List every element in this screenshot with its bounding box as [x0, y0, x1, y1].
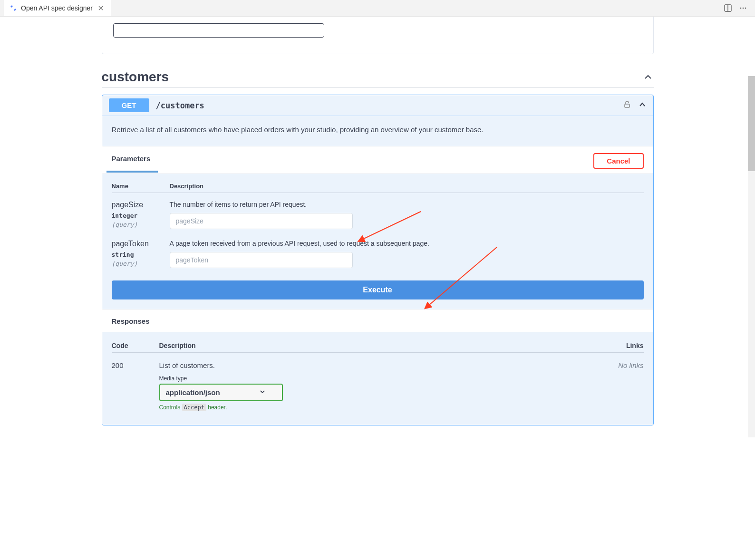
- editor-tabbar: Open API spec designer: [0, 0, 755, 17]
- unlock-icon[interactable]: [623, 100, 631, 110]
- chevron-up-icon[interactable]: [642, 71, 654, 83]
- resp-col-desc-header: Description: [159, 342, 606, 349]
- previous-opblock-fragment: [102, 17, 654, 54]
- responses-body: Code Description Links 200 List of custo…: [102, 332, 653, 425]
- cancel-button[interactable]: Cancel: [593, 153, 643, 169]
- media-type-label: Media type: [159, 375, 606, 382]
- param-col-desc-header: Description: [170, 183, 644, 190]
- param-description: A page token received from a previous AP…: [170, 240, 644, 247]
- parameters-body: Name Description pageSize integer (query…: [102, 174, 653, 309]
- previous-input-stub: [113, 23, 324, 38]
- chevron-up-icon[interactable]: [638, 100, 647, 110]
- response-row: 200 List of customers. Media type applic…: [112, 361, 644, 411]
- parameters-title: Parameters: [112, 154, 151, 167]
- param-in: (query): [112, 221, 161, 228]
- more-icon[interactable]: [738, 3, 748, 13]
- scrollbar[interactable]: [748, 76, 755, 437]
- param-col-name-header: Name: [112, 183, 161, 190]
- tab-open-api-spec-designer[interactable]: Open API spec designer: [4, 0, 111, 16]
- param-input-pagetoken[interactable]: [170, 252, 353, 268]
- resp-col-links-header: Links: [606, 342, 644, 349]
- op-description: Retrieve a list of all customers who hav…: [102, 116, 653, 146]
- response-links: No links: [606, 361, 644, 369]
- execute-button[interactable]: Execute: [112, 280, 644, 299]
- chevron-down-icon: [259, 388, 266, 396]
- section-title: customers: [102, 69, 169, 85]
- section-header[interactable]: customers: [102, 69, 654, 88]
- svg-point-2: [740, 8, 742, 9]
- param-input-pagesize[interactable]: [170, 213, 353, 229]
- scrollbar-thumb[interactable]: [748, 76, 755, 171]
- tab-actions: [723, 0, 755, 16]
- media-type-select[interactable]: application/json: [159, 384, 283, 401]
- param-type: integer: [112, 212, 161, 219]
- param-name: pageSize: [112, 201, 161, 209]
- svg-point-4: [745, 8, 746, 9]
- opblock-get-customers: GET /customers Retrieve a list of all cu…: [102, 95, 654, 425]
- op-path: /customers: [156, 101, 204, 110]
- responses-title: Responses: [112, 317, 644, 325]
- svg-rect-5: [625, 104, 629, 107]
- tab-title: Open API spec designer: [21, 4, 93, 12]
- response-description: List of customers.: [159, 361, 606, 369]
- parameters-header: Parameters Cancel: [102, 146, 653, 174]
- split-editor-icon[interactable]: [723, 3, 733, 13]
- param-row: pageToken string (query) A page token re…: [112, 240, 644, 268]
- param-row: pageSize integer (query) The number of i…: [112, 201, 644, 229]
- api-icon: [10, 4, 17, 12]
- media-type-value: application/json: [166, 388, 220, 396]
- response-code: 200: [112, 361, 159, 369]
- svg-point-3: [743, 8, 744, 9]
- controls-accept-note: Controls Accept header.: [159, 404, 606, 411]
- opblock-summary[interactable]: GET /customers: [102, 95, 653, 116]
- param-name: pageToken: [112, 240, 161, 248]
- param-in: (query): [112, 260, 161, 267]
- responses-header: Responses: [102, 309, 653, 332]
- close-icon[interactable]: [97, 4, 105, 12]
- parameters-tab-indicator: [106, 171, 158, 173]
- param-type: string: [112, 251, 161, 258]
- param-description: The number of items to return per API re…: [170, 201, 644, 208]
- http-method-badge: GET: [109, 98, 149, 112]
- resp-col-code-header: Code: [112, 342, 159, 349]
